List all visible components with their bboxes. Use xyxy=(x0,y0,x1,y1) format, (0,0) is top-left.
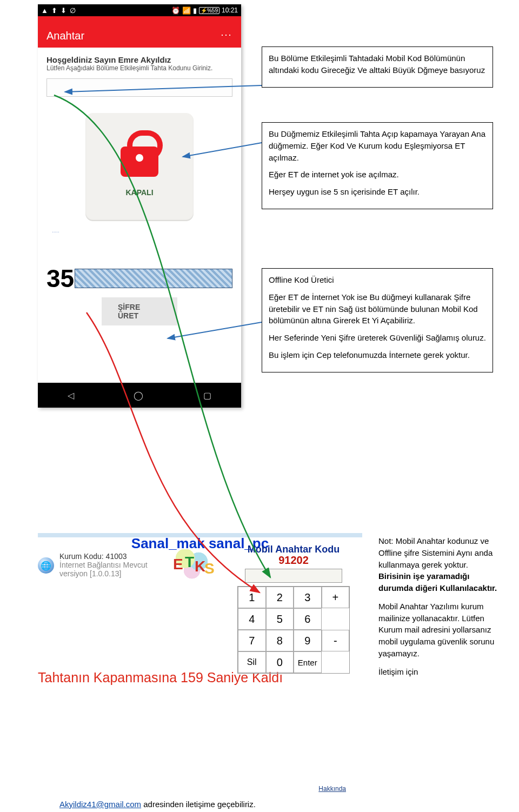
callout-code-entry: Bu Bölüme Etkileşimli Tahtadaki Mobil Ko… xyxy=(262,46,493,88)
overflow-menu-icon[interactable]: ⋮ xyxy=(220,30,233,42)
alarm-icon: ⏰ xyxy=(171,6,180,15)
note-p3: İletişim için xyxy=(378,666,497,678)
note-p2: Mobil Anahtar Yazılımı kurum mailinize y… xyxy=(378,601,497,660)
key-enter[interactable]: Enter xyxy=(294,651,322,673)
code-input[interactable] xyxy=(46,78,232,97)
numeric-keypad: 1 2 3 + 4 5 6 7 8 9 - Sil 0 Enter xyxy=(237,586,350,674)
key-0[interactable]: 0 xyxy=(266,651,294,673)
callout-text: Bu Bölüme Etkileşimli Tahtadaki Mobil Ko… xyxy=(269,52,486,76)
contact-email-link[interactable]: Akyildiz41@gmail.com xyxy=(59,800,141,809)
key-8[interactable]: 8 xyxy=(266,630,294,651)
key-7[interactable]: 7 xyxy=(238,630,266,651)
key-6[interactable]: 6 xyxy=(294,608,322,630)
callout-text: Eğer ET de İnternet Yok ise Bu düğmeyi k… xyxy=(269,291,486,327)
about-link[interactable]: Hakkında xyxy=(318,785,346,793)
lock-icon xyxy=(115,137,164,186)
callout-offline-generator: Offline Kod Üretici Eğer ET de İnternet … xyxy=(262,268,493,372)
welcome-heading: Hoşgeldiniz Sayın Emre Akyıldız xyxy=(46,55,232,64)
recent-icon[interactable]: ▢ xyxy=(203,390,211,401)
callout-title: Offline Kod Üretici xyxy=(269,274,486,286)
etks-logo: ETKS xyxy=(173,546,216,584)
key-9[interactable]: 9 xyxy=(294,630,322,651)
callout-main-button: Bu Düğmemiz Etkileşimli Tahta Açıp kapam… xyxy=(262,122,493,209)
welcome-sub: Lütfen Aşağıdaki Bölüme Etkileşimli Taht… xyxy=(46,64,232,72)
android-navbar: ◁ ◯ ▢ xyxy=(38,383,241,408)
key-sil[interactable]: Sil xyxy=(238,651,266,673)
back-icon[interactable]: ◁ xyxy=(68,390,74,401)
key-plus[interactable]: + xyxy=(322,587,350,608)
globe-icon: 🌐 xyxy=(38,557,54,574)
generated-code-prefix: 35 xyxy=(46,264,70,293)
status-time: 10:21 xyxy=(222,6,238,14)
battery-icon: ⚡%59 xyxy=(199,7,219,14)
note-p1: Not: Mobil Anahtar kodunuz ve Offline şi… xyxy=(378,535,497,594)
callout-text: Her Seferinde Yeni Şifre üreterek Güvenl… xyxy=(269,332,486,344)
app-bar: Anahtar ⋮ xyxy=(38,16,241,48)
code-redacted-area xyxy=(75,269,232,288)
sync-icon: ∅ xyxy=(70,6,76,15)
upload-icon: ⬆ xyxy=(51,6,57,15)
welcome-block: Hoşgeldiniz Sayın Emre Akyıldız Lütfen A… xyxy=(38,48,241,75)
lock-toggle-button[interactable]: KAPALI xyxy=(85,113,194,221)
info-text-block: Kurum Kodu: 41003 İnternet Bağlantısı Me… xyxy=(59,552,148,578)
kurum-value: 41003 xyxy=(106,552,127,561)
status-bar: ▲ ⬆ ⬇ ∅ ⏰ 📶 ▮ ⚡%59 10:21 xyxy=(38,4,241,16)
key-1[interactable]: 1 xyxy=(238,587,266,608)
kurum-label: Kurum Kodu: xyxy=(59,552,104,561)
mobile-key-panel: Mobil Anahtar Kodu 91202 1 2 3 + 4 5 6 7… xyxy=(227,544,360,674)
generate-password-button[interactable]: ŞİFRE ÜRET xyxy=(102,297,177,325)
usage-note: Not: Mobil Anahtar kodunuz ve Offline şi… xyxy=(378,535,497,684)
footer-rest: adresinden iletişime geçebiliriz. xyxy=(141,800,256,809)
generated-code-row: 35 xyxy=(46,264,232,293)
lock-state-label: KAPALI xyxy=(125,188,153,197)
signal-icon: ▮ xyxy=(193,6,197,15)
key-2[interactable]: 2 xyxy=(266,587,294,608)
mak-input[interactable] xyxy=(245,569,342,583)
footer-contact: Akyildiz41@gmail.com adresinden iletişim… xyxy=(59,800,256,809)
key-minus[interactable]: - xyxy=(322,630,350,651)
key-5[interactable]: 5 xyxy=(266,608,294,630)
download-icon: ⬇ xyxy=(61,6,66,15)
internet-status: İnternet Bağlantısı Mevcut xyxy=(59,561,148,569)
loading-dots: ..... xyxy=(52,228,241,234)
callout-text: Eğer ET de internet yok ise açılmaz. xyxy=(269,169,486,181)
callout-text: Bu Düğmemiz Etkileşimli Tahta Açıp kapam… xyxy=(269,128,486,163)
wifi-icon: 📶 xyxy=(182,6,191,15)
home-icon[interactable]: ◯ xyxy=(134,390,143,401)
tablet-app-section: Sanal_mak sanal_pc 🌐 Kurum Kodu: 41003 İ… xyxy=(38,533,362,685)
key-3[interactable]: 3 xyxy=(294,587,322,608)
mak-title: Mobil Anahtar Kodu xyxy=(227,544,360,555)
image-icon: ▲ xyxy=(41,6,48,15)
app-title: Anahtar xyxy=(46,30,84,42)
key-4[interactable]: 4 xyxy=(238,608,266,630)
phone-screenshot: ▲ ⬆ ⬇ ∅ ⏰ 📶 ▮ ⚡%59 10:21 Anahtar ⋮ Hoşge… xyxy=(38,4,241,408)
callout-text: Herşey uygun ise 5 sn içerisinde ET açıl… xyxy=(269,186,486,198)
mak-code-value: 91202 xyxy=(227,554,360,567)
callout-text: Bu işlem için Cep telefonumuzda İnternet… xyxy=(269,349,486,361)
version-label: versiyon [1.0.0.13] xyxy=(59,569,148,578)
